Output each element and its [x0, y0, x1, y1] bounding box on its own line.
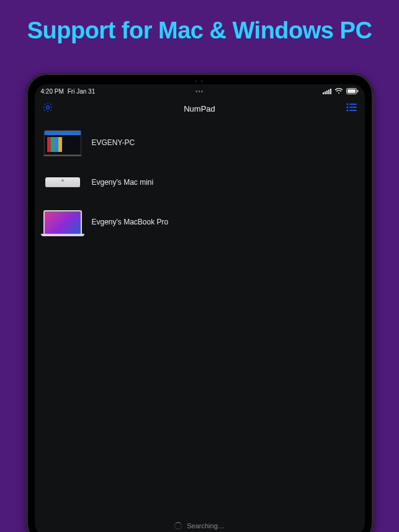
cellular-signal-icon [323, 89, 331, 94]
svg-rect-0 [323, 92, 324, 94]
battery-icon [346, 88, 359, 94]
gear-icon [42, 102, 53, 115]
searching-footer: Searching… [35, 522, 365, 530]
list-view-button[interactable] [345, 102, 359, 115]
svg-rect-8 [357, 90, 358, 92]
device-row-mac-mini[interactable]: Evgeny's Mac mini [35, 162, 365, 202]
settings-button[interactable] [41, 102, 55, 115]
device-label: Evgeny's Mac mini [92, 178, 154, 187]
svg-rect-15 [349, 110, 357, 111]
macbook-pro-icon [42, 208, 83, 236]
device-row-macbook-pro[interactable]: Evgeny's MacBook Pro [35, 202, 365, 242]
windows-pc-icon [42, 129, 83, 156]
nav-title: NumPad [184, 104, 215, 113]
svg-point-12 [346, 106, 348, 108]
device-row-windows-pc[interactable]: EVGENY-PC [35, 123, 365, 162]
nav-bar: NumPad [35, 98, 365, 119]
svg-point-10 [346, 103, 348, 105]
svg-rect-3 [328, 89, 330, 94]
promo-title: Support for Mac & Windows PC [0, 0, 399, 44]
device-list: EVGENY-PC Evgeny's Mac mini Evgeny's Mac… [35, 119, 365, 246]
status-date: Fri Jan 31 [68, 88, 95, 95]
device-screen: 4:20 PM Fri Jan 31 ••• [35, 84, 365, 532]
svg-rect-13 [349, 107, 357, 108]
svg-rect-2 [326, 91, 328, 94]
svg-rect-4 [330, 89, 331, 94]
device-label: EVGENY-PC [92, 138, 135, 147]
mac-mini-icon [42, 169, 83, 196]
spinner-icon [174, 522, 182, 530]
camera-dots-icon: • • [195, 78, 204, 84]
status-bar: 4:20 PM Fri Jan 31 ••• [35, 84, 365, 98]
svg-point-5 [338, 92, 339, 94]
list-icon [346, 103, 357, 114]
wifi-icon [334, 88, 343, 94]
svg-rect-11 [349, 104, 357, 105]
svg-point-9 [46, 106, 49, 109]
svg-point-14 [346, 109, 348, 111]
multitask-dots-icon[interactable]: ••• [195, 88, 204, 95]
svg-rect-1 [325, 91, 326, 94]
svg-rect-7 [347, 89, 356, 93]
device-label: Evgeny's MacBook Pro [92, 218, 169, 226]
ipad-frame: • • 4:20 PM Fri Jan 31 ••• [26, 73, 374, 532]
searching-label: Searching… [187, 522, 225, 530]
status-time: 4:20 PM [41, 88, 64, 95]
